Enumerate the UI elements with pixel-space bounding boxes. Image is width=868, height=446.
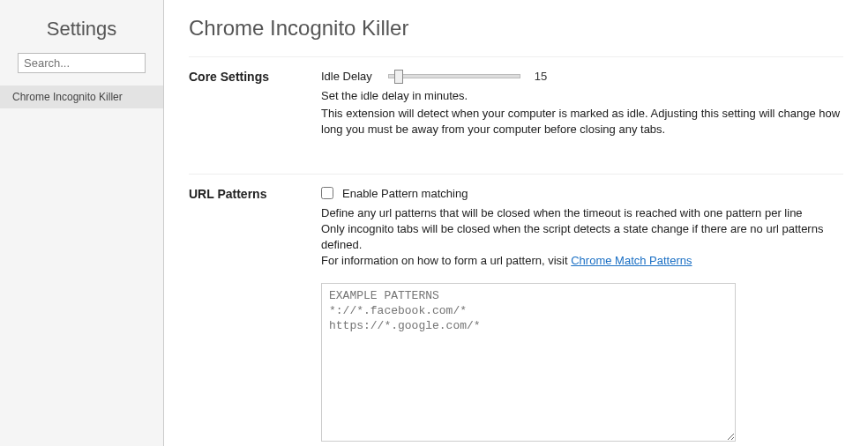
core-help-2: This extension will detect when your com… (321, 106, 843, 138)
sidebar-title: Settings (0, 0, 163, 53)
section-header-core: Core Settings (189, 70, 321, 138)
enable-pattern-label: Enable Pattern matching (342, 187, 468, 200)
idle-delay-row: Idle Delay 15 (321, 70, 843, 83)
urlpatterns-desc-3: For information on how to form a url pat… (321, 253, 843, 269)
idle-delay-label: Idle Delay (321, 70, 372, 83)
enable-pattern-checkbox[interactable] (321, 187, 333, 199)
urlpatterns-desc-2: Only incognito tabs will be closed when … (321, 221, 843, 253)
sidebar-item-chrome-incognito-killer[interactable]: Chrome Incognito Killer (0, 85, 163, 108)
slider-thumb[interactable] (394, 70, 403, 84)
sidebar: Settings Chrome Incognito Killer (0, 0, 164, 446)
section-header-urlpatterns: URL Patterns (189, 187, 321, 445)
core-help-1: Set the idle delay in minutes. (321, 88, 843, 104)
section-url-patterns: URL Patterns Enable Pattern matching Def… (189, 174, 843, 445)
main-content: Chrome Incognito Killer Core Settings Id… (164, 0, 868, 446)
chrome-match-patterns-link[interactable]: Chrome Match Patterns (571, 254, 692, 267)
urlpatterns-desc-3-pre: For information on how to form a url pat… (321, 254, 571, 267)
search-input[interactable] (18, 53, 146, 73)
search-box (18, 53, 146, 73)
idle-delay-slider[interactable] (388, 74, 520, 78)
idle-delay-value: 15 (535, 70, 547, 83)
patterns-textarea[interactable] (321, 283, 736, 442)
enable-pattern-row: Enable Pattern matching (321, 187, 843, 200)
page-title: Chrome Incognito Killer (189, 16, 843, 41)
section-core-settings: Core Settings Idle Delay 15 Set the idle… (189, 56, 843, 138)
urlpatterns-desc-1: Define any url patterns that will be clo… (321, 205, 843, 221)
